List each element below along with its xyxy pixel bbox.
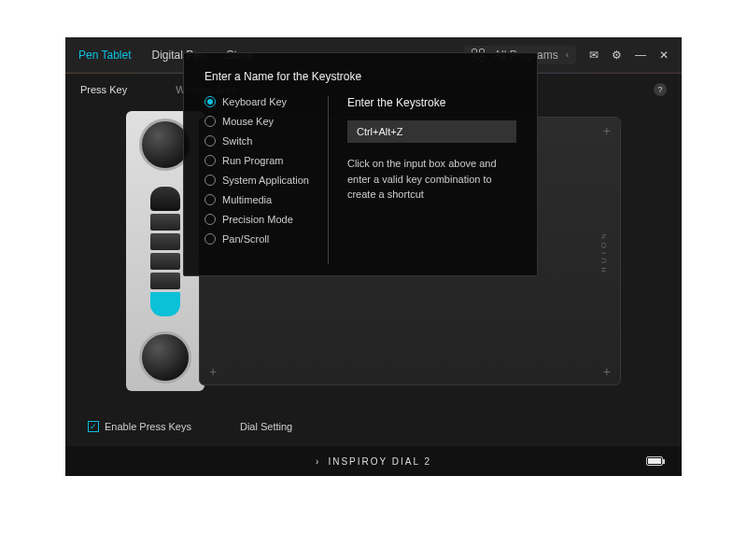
- radio-precision-mode[interactable]: Precision Mode: [204, 214, 309, 225]
- device-name: INSPIROY DIAL 2: [328, 456, 431, 467]
- radio-pan-scroll[interactable]: Pan/Scroll: [204, 233, 309, 245]
- brand-label: HUION: [600, 230, 609, 273]
- corner-marker: +: [209, 364, 217, 379]
- keystroke-dialog: Enter a Name for the Keystroke Keyboard …: [183, 52, 538, 276]
- express-key-6-selected[interactable]: [150, 292, 180, 316]
- radio-run-program[interactable]: Run Program: [204, 155, 309, 166]
- checkbox-icon: ✓: [88, 421, 99, 432]
- gear-icon[interactable]: ⚙: [612, 49, 622, 62]
- mail-icon[interactable]: ✉: [589, 49, 599, 62]
- radio-mouse-key[interactable]: Mouse Key: [204, 116, 309, 127]
- express-key-4[interactable]: [150, 253, 180, 270]
- tab-pen-tablet[interactable]: Pen Tablet: [78, 49, 132, 62]
- keystroke-input[interactable]: Ctrl+Alt+Z: [347, 120, 516, 143]
- chevron-right-icon[interactable]: ›: [316, 456, 320, 467]
- keystroke-type-list: Keyboard Key Mouse Key Switch Run Progra…: [204, 96, 309, 264]
- express-keys: [150, 187, 180, 316]
- enter-keystroke-title: Enter the Keystroke: [347, 96, 516, 109]
- close-icon[interactable]: ✕: [659, 49, 669, 62]
- keystroke-hint: Click on the input box above and enter a…: [347, 156, 516, 203]
- dialog-divider: [328, 96, 329, 264]
- enable-press-keys-checkbox[interactable]: ✓ Enable Press Keys: [88, 421, 191, 432]
- radio-keyboard-key[interactable]: Keyboard Key: [204, 96, 309, 107]
- radio-system-application[interactable]: System Application: [204, 175, 309, 186]
- express-key-3[interactable]: [150, 233, 180, 250]
- express-key-5[interactable]: [150, 273, 180, 289]
- subtab-press-key[interactable]: Press Key: [80, 84, 127, 95]
- minimize-icon[interactable]: —: [635, 49, 646, 62]
- help-icon[interactable]: ?: [654, 83, 667, 96]
- radio-multimedia[interactable]: Multimedia: [204, 194, 309, 205]
- battery-icon: [646, 456, 663, 466]
- corner-marker: +: [603, 123, 611, 138]
- dial-setting-link[interactable]: Dial Setting: [240, 421, 292, 432]
- radio-switch[interactable]: Switch: [204, 135, 309, 147]
- dial-bottom[interactable]: [139, 331, 191, 384]
- dialog-title: Enter a Name for the Keystroke: [204, 70, 516, 83]
- express-key-2[interactable]: [150, 214, 180, 231]
- app-window: Pen Tablet Digital Pen Store All Program…: [65, 37, 682, 476]
- chevron-left-icon: ‹: [566, 49, 569, 60]
- dialog-right-panel: Enter the Keystroke Ctrl+Alt+Z Click on …: [347, 96, 516, 264]
- device-bar: › INSPIROY DIAL 2: [65, 446, 682, 476]
- bottombar: ✓ Enable Press Keys Dial Setting: [65, 413, 682, 441]
- corner-marker: +: [603, 364, 611, 379]
- express-key-1[interactable]: [150, 187, 180, 211]
